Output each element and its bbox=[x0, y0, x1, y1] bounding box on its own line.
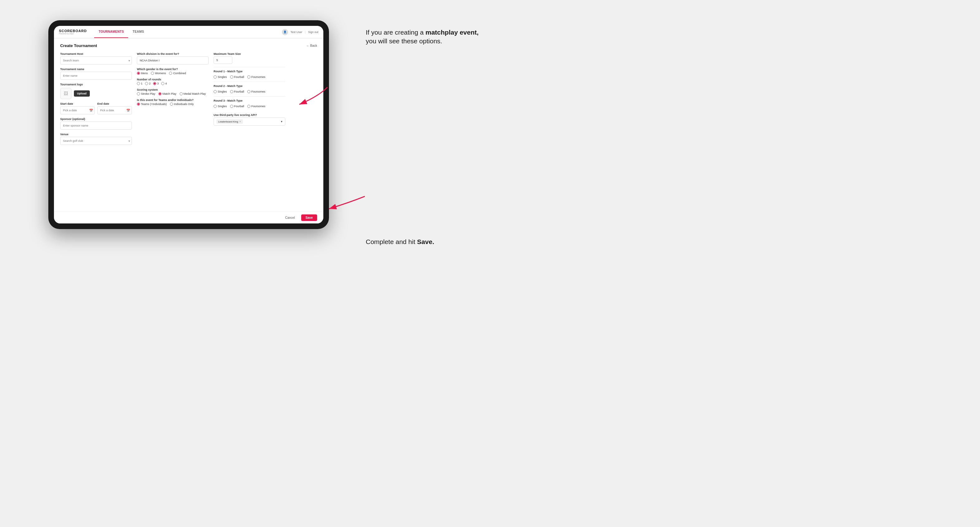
venue-label: Venue bbox=[60, 133, 132, 136]
annotation-matchplay-text2: you will see these options. bbox=[366, 37, 442, 44]
form-body: Tournament Host ▾ Tournament name Tourna… bbox=[60, 52, 317, 145]
individuals-only-label[interactable]: Individuals Only bbox=[170, 103, 194, 106]
gender-mens-label[interactable]: Mens bbox=[137, 72, 148, 75]
division-select-wrapper: NCAA Division I bbox=[137, 56, 208, 65]
form-footer: Cancel Save bbox=[54, 212, 323, 224]
tournament-name-group: Tournament name bbox=[60, 68, 132, 80]
venue-input-wrapper: ▾ bbox=[60, 137, 132, 145]
round3-match-type-label: Round 3 - Match Type bbox=[213, 99, 285, 102]
api-tag-text: Leaderboard King bbox=[218, 120, 238, 123]
round1-fourball-label[interactable]: Fourball bbox=[230, 75, 245, 79]
round2-singles-radio[interactable] bbox=[213, 90, 217, 93]
tournament-name-label: Tournament name bbox=[60, 68, 132, 71]
max-team-size-input[interactable] bbox=[213, 56, 232, 64]
teams-individuals-label: Is this event for Teams and/or Individua… bbox=[137, 98, 208, 102]
end-date-group: End date 📅 bbox=[97, 102, 132, 114]
gender-combined-label[interactable]: Combined bbox=[169, 72, 186, 75]
stroke-play-radio[interactable] bbox=[137, 92, 140, 95]
sponsor-label: Sponsor (optional) bbox=[60, 117, 132, 121]
right-section: Maximum Team Size Round 1 - Match Type S… bbox=[213, 52, 285, 145]
api-chevron-icon: ▾ bbox=[281, 120, 283, 123]
teams-radio[interactable] bbox=[137, 103, 140, 106]
round1-singles-radio[interactable] bbox=[213, 75, 217, 79]
annotation-matchplay-text1: If you are creating a bbox=[366, 29, 425, 36]
page-title: Create Tournament bbox=[60, 43, 97, 48]
tournament-name-input[interactable] bbox=[60, 72, 132, 80]
round1-fourball-radio[interactable] bbox=[230, 75, 233, 79]
annotation-save: Complete and hit Save. bbox=[366, 238, 481, 246]
calendar-icon: 📅 bbox=[89, 109, 93, 112]
start-date-label: Start date bbox=[60, 102, 95, 105]
round2-fourball-radio[interactable] bbox=[230, 90, 233, 93]
scoring-label: Scoring system bbox=[137, 88, 208, 91]
round-1-label[interactable]: 1 bbox=[137, 82, 143, 85]
round2-foursomes-radio[interactable] bbox=[247, 90, 250, 93]
venue-group: Venue ▾ bbox=[60, 133, 132, 145]
gender-womens-radio[interactable] bbox=[151, 72, 154, 75]
round3-foursomes-label[interactable]: Foursomes bbox=[247, 105, 265, 108]
division-group: Which division is the event for? NCAA Di… bbox=[137, 52, 208, 65]
annotation-matchplay-bold: matchplay event, bbox=[425, 29, 478, 36]
api-select-container[interactable]: Leaderboard King × ▾ bbox=[213, 117, 285, 125]
back-button[interactable]: ← Back bbox=[306, 44, 317, 48]
individuals-only-radio[interactable] bbox=[170, 103, 173, 106]
api-tag-close-icon[interactable]: × bbox=[239, 120, 241, 123]
round-3-label[interactable]: 3 bbox=[153, 82, 159, 85]
start-date-wrapper: 📅 bbox=[60, 106, 95, 114]
medal-match-play-label[interactable]: Medal Match Play bbox=[180, 92, 206, 95]
max-team-size-label: Maximum Team Size bbox=[213, 52, 285, 56]
round2-foursomes-label[interactable]: Foursomes bbox=[247, 90, 265, 93]
tournament-host-label: Tournament Host bbox=[60, 52, 132, 56]
round-3-radio[interactable] bbox=[153, 82, 156, 85]
round3-fourball-label[interactable]: Fourball bbox=[230, 105, 245, 108]
form-header: Create Tournament ← Back bbox=[60, 43, 317, 48]
round2-singles-label[interactable]: Singles bbox=[213, 90, 227, 93]
tab-teams[interactable]: TEAMS bbox=[128, 26, 148, 38]
brand: SCOREBOARD Powered by clippr bbox=[59, 29, 87, 35]
annotation-matchplay: If you are creating a matchplay event, y… bbox=[366, 28, 481, 46]
tab-tournaments[interactable]: TOURNAMENTS bbox=[94, 26, 128, 38]
division-label: Which division is the event for? bbox=[137, 52, 208, 56]
round-4-label[interactable]: 4 bbox=[161, 82, 167, 85]
rounds-radio-group: 1 2 3 4 bbox=[137, 82, 208, 85]
medal-match-play-radio[interactable] bbox=[180, 92, 183, 95]
sign-out-link[interactable]: Sign out bbox=[308, 30, 318, 34]
round-2-radio[interactable] bbox=[145, 82, 148, 85]
venue-input[interactable] bbox=[60, 137, 132, 145]
round1-foursomes-radio[interactable] bbox=[247, 75, 250, 79]
save-button[interactable]: Save bbox=[301, 214, 317, 221]
stroke-play-label[interactable]: Stroke Play bbox=[137, 92, 155, 95]
image-icon: 🖼 bbox=[64, 91, 68, 96]
brand-subtitle: Powered by clippr bbox=[59, 33, 87, 35]
match-play-label[interactable]: Match Play bbox=[158, 92, 177, 95]
cancel-button[interactable]: Cancel bbox=[282, 214, 299, 221]
round1-singles-label[interactable]: Singles bbox=[213, 75, 227, 79]
round1-match-type-label: Round 1 - Match Type bbox=[213, 70, 285, 73]
logo-upload-area: 🖼 Upload bbox=[60, 88, 132, 99]
teams-label[interactable]: Teams (+Individuals) bbox=[137, 103, 167, 106]
gender-radio-group: Mens Womens Combined bbox=[137, 72, 208, 75]
round-1-radio[interactable] bbox=[137, 82, 140, 85]
start-date-group: Start date 📅 bbox=[60, 102, 95, 114]
round3-singles-label[interactable]: Singles bbox=[213, 105, 227, 108]
round2-radio-group: Singles Fourball Foursomes bbox=[213, 90, 285, 93]
round1-foursomes-label[interactable]: Foursomes bbox=[247, 75, 265, 79]
tournament-host-input[interactable] bbox=[60, 56, 132, 65]
match-play-radio[interactable] bbox=[158, 92, 162, 95]
upload-button[interactable]: Upload bbox=[74, 90, 90, 97]
round1-radio-group: Singles Fourball Foursomes bbox=[213, 75, 285, 79]
round-4-radio[interactable] bbox=[161, 82, 164, 85]
round-2-label[interactable]: 2 bbox=[145, 82, 151, 85]
gender-combined-radio[interactable] bbox=[169, 72, 172, 75]
round3-fourball-radio[interactable] bbox=[230, 105, 233, 108]
api-group: Use third-party live scoring API? Leader… bbox=[213, 113, 285, 125]
round2-fourball-label[interactable]: Fourball bbox=[230, 90, 245, 93]
separator: | bbox=[305, 30, 305, 34]
division-select[interactable]: NCAA Division I bbox=[137, 56, 208, 65]
round3-foursomes-radio[interactable] bbox=[247, 105, 250, 108]
gender-mens-radio[interactable] bbox=[137, 72, 140, 75]
round3-singles-radio[interactable] bbox=[213, 105, 217, 108]
gender-womens-label[interactable]: Womens bbox=[151, 72, 166, 75]
gender-group: Which gender is the event for? Mens Wome… bbox=[137, 68, 208, 75]
sponsor-input[interactable] bbox=[60, 122, 132, 130]
